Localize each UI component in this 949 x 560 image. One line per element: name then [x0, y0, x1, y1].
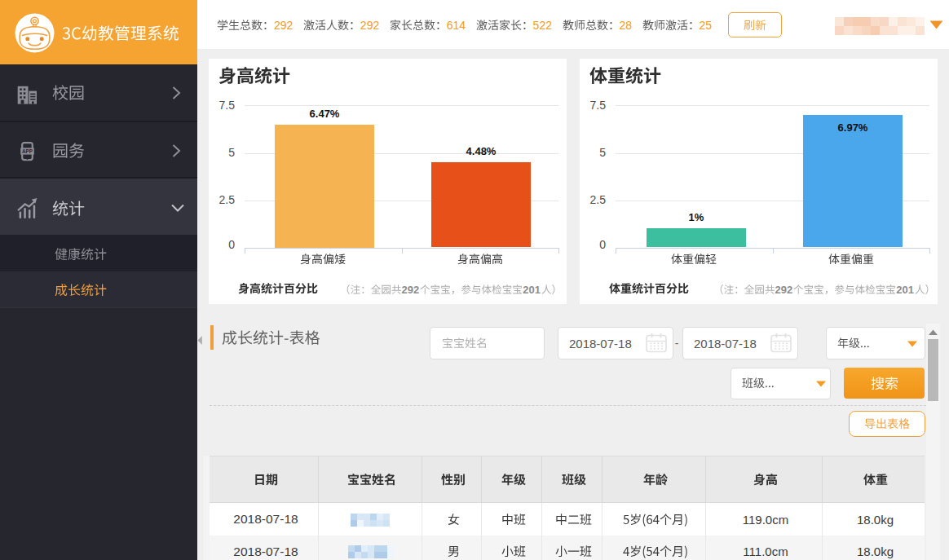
svg-text:APP: APP [22, 148, 33, 154]
